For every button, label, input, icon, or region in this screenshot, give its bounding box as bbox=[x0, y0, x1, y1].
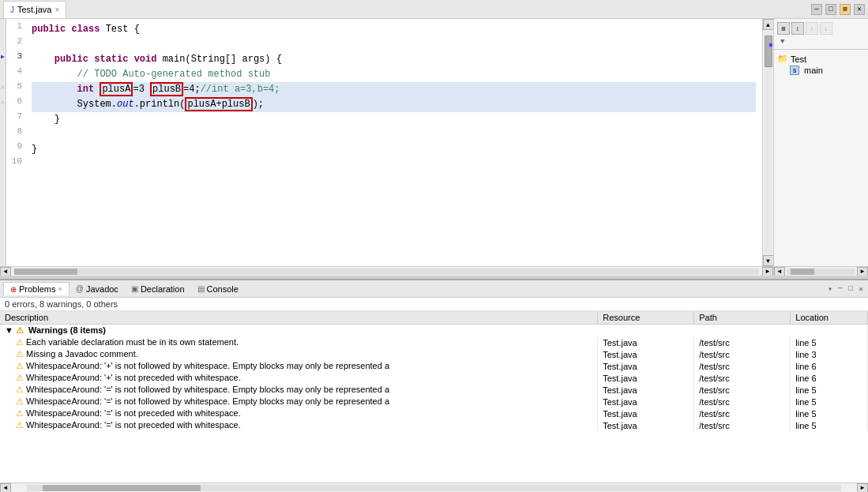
section-collapse-icon[interactable]: ▼ bbox=[5, 325, 13, 335]
tab-title: Test.java bbox=[17, 5, 51, 14]
sidebar-btn-2[interactable]: ↕ bbox=[791, 22, 804, 35]
editor[interactable]: ▶ ⚠ ⚠ 1 2 3 4 5 6 7 bbox=[0, 19, 773, 266]
bottom-panel: ⊕ Problems × @ Javadoc ▣ Declaration ▤ C… bbox=[0, 279, 868, 492]
marker-6: ⚠ bbox=[0, 94, 6, 109]
marker-4 bbox=[0, 64, 6, 79]
warning-row-4[interactable]: ⚠WhitespaceAround: '=' is not followed b… bbox=[0, 384, 868, 396]
warning-row-1[interactable]: ⚠Missing a Javadoc comment. Test.java /t… bbox=[0, 348, 868, 360]
code-line-6: System.out.println(plusA+plusB); bbox=[32, 97, 756, 112]
code-line-3: public static void main(String[] args) { bbox=[32, 52, 756, 67]
warning-path-5: /test/src bbox=[694, 396, 791, 407]
sidebar-btn-1[interactable]: ⊞ bbox=[777, 22, 790, 35]
bscroll-thumb[interactable] bbox=[43, 485, 201, 491]
sidebar-tree: 📁 Test S main bbox=[774, 50, 868, 79]
tab-bar: J Test.java × ─ □ ⊞ ✕ bbox=[0, 0, 868, 19]
warning-section-icon: ⚠ bbox=[16, 325, 24, 335]
ln-3: 3 bbox=[6, 49, 25, 64]
bscroll-right-btn[interactable]: ► bbox=[857, 483, 868, 493]
close-btn[interactable]: ✕ bbox=[854, 4, 865, 15]
sidebar-expand: ▼ bbox=[777, 38, 865, 46]
tab-declaration[interactable]: ▣ Declaration bbox=[125, 283, 191, 295]
minimize-btn[interactable]: ─ bbox=[811, 4, 822, 15]
col-header-path[interactable]: Path bbox=[694, 311, 791, 325]
warning-desc-4: ⚠WhitespaceAround: '=' is not followed b… bbox=[0, 384, 598, 396]
hscroll-left-btn[interactable]: ◄ bbox=[0, 267, 11, 276]
warning-row-3[interactable]: ⚠WhitespaceAround: '+' is not preceded w… bbox=[0, 372, 868, 384]
tree-class-label: main bbox=[804, 66, 823, 75]
console-icon: ▤ bbox=[197, 284, 205, 293]
ln-6: 6 bbox=[6, 94, 25, 109]
code-line-9: } bbox=[32, 142, 756, 157]
right-sidebar: ⊞ ↕ ↑ ↓ ▼ 📁 Test S main ◄ bbox=[773, 19, 868, 276]
maximize-btn[interactable]: □ bbox=[825, 4, 836, 15]
tab-javadoc[interactable]: @ Javadoc bbox=[70, 283, 125, 295]
tab-problems-label: Problems bbox=[19, 284, 55, 294]
col-header-location[interactable]: Location bbox=[791, 311, 868, 325]
editor-tab[interactable]: J Test.java × bbox=[3, 1, 66, 18]
tree-class-item[interactable]: S main bbox=[777, 65, 865, 76]
vscroll-down-btn[interactable]: ▼ bbox=[763, 255, 774, 266]
tree-folder-icon: 📁 bbox=[777, 54, 788, 64]
restore-btn[interactable]: ⊞ bbox=[840, 4, 851, 15]
sidebar-hscroll-left[interactable]: ◄ bbox=[774, 267, 785, 276]
tree-root-item[interactable]: 📁 Test bbox=[777, 53, 865, 65]
sidebar-hscroll[interactable]: ◄ ► bbox=[774, 266, 868, 276]
warning-row-5[interactable]: ⚠WhitespaceAround: '=' is not followed b… bbox=[0, 396, 868, 407]
vscroll-thumb[interactable] bbox=[765, 36, 772, 67]
warning-path-6: /test/src bbox=[694, 407, 791, 419]
sidebar-hscroll-thumb[interactable] bbox=[791, 269, 814, 275]
warning-row-0[interactable]: ⚠Each variable declaration must be in it… bbox=[0, 336, 868, 348]
problems-table[interactable]: Description Resource Path Location ▼ ⚠ W… bbox=[0, 311, 868, 483]
hscroll-thumb[interactable] bbox=[14, 269, 77, 275]
panel-minimize-icon[interactable]: ─ bbox=[836, 284, 844, 294]
tab-console[interactable]: ▤ Console bbox=[191, 283, 245, 295]
warning-row-2[interactable]: ⚠WhitespaceAround: '+' is not followed b… bbox=[0, 360, 868, 372]
warning-row-7[interactable]: ⚠WhitespaceAround: '=' is not preceded w… bbox=[0, 419, 868, 431]
warning-location-1: line 3 bbox=[791, 348, 868, 360]
hscroll-right-btn[interactable]: ► bbox=[762, 267, 773, 276]
sidebar-btn-4[interactable]: ↓ bbox=[820, 22, 832, 35]
warning-desc-2: ⚠WhitespaceAround: '+' is not followed b… bbox=[0, 360, 598, 372]
tree-root-label: Test bbox=[791, 54, 806, 64]
code-line-5: int plusA=3 plusB=4;//int a=3,b=4; bbox=[32, 82, 756, 97]
warning-resource-0: Test.java bbox=[598, 336, 694, 348]
tree-class-icon: S bbox=[790, 66, 799, 75]
panel-menu-icon[interactable]: ▾ bbox=[826, 284, 834, 294]
tab-problems-close[interactable]: × bbox=[58, 285, 62, 293]
warning-path-0: /test/src bbox=[694, 336, 791, 348]
warning-resource-7: Test.java bbox=[598, 419, 694, 431]
sidebar-spacer bbox=[774, 79, 868, 266]
warning-path-1: /test/src bbox=[694, 348, 791, 360]
problems-icon: ⊕ bbox=[10, 285, 17, 294]
section-title: Warnings (8 items) bbox=[28, 325, 106, 335]
hscroll-track[interactable] bbox=[14, 269, 759, 275]
col-header-resource[interactable]: Resource bbox=[598, 311, 694, 325]
hscroll-bar[interactable]: ◄ ► bbox=[0, 266, 773, 276]
vscroll-track[interactable] bbox=[765, 32, 772, 254]
tab-icon: J bbox=[10, 6, 14, 14]
warning-row-6[interactable]: ⚠WhitespaceAround: '=' is not preceded w… bbox=[0, 407, 868, 419]
tab-close[interactable]: × bbox=[54, 6, 59, 14]
warning-resource-5: Test.java bbox=[598, 396, 694, 407]
warning-location-0: line 5 bbox=[791, 336, 868, 348]
editor-vscroll[interactable]: ▲ ▼ bbox=[762, 19, 773, 266]
warning-path-7: /test/src bbox=[694, 419, 791, 431]
tab-problems[interactable]: ⊕ Problems × bbox=[3, 282, 70, 295]
panel-close-icon[interactable]: ✕ bbox=[857, 284, 865, 294]
warnings-section-label: ▼ ⚠ Warnings (8 items) bbox=[0, 325, 868, 337]
panel-maximize-icon[interactable]: □ bbox=[847, 284, 855, 294]
bottom-hscroll[interactable]: ◄ ► bbox=[0, 483, 868, 492]
warnings-table: Description Resource Path Location ▼ ⚠ W… bbox=[0, 311, 868, 431]
sidebar-btn-3[interactable]: ↑ bbox=[806, 22, 818, 35]
code-content[interactable]: public class Test { public static void m… bbox=[25, 19, 762, 266]
code-line-7: } bbox=[32, 112, 756, 127]
bscroll-track[interactable] bbox=[27, 485, 841, 491]
col-header-description[interactable]: Description bbox=[0, 311, 598, 325]
sidebar-hscroll-track[interactable] bbox=[787, 269, 855, 275]
sidebar-hscroll-right[interactable]: ► bbox=[857, 267, 868, 276]
bscroll-left-btn[interactable]: ◄ bbox=[0, 483, 11, 493]
declaration-icon: ▣ bbox=[131, 284, 138, 293]
tab-console-label: Console bbox=[207, 284, 239, 294]
vscroll-up-btn[interactable]: ▲ bbox=[763, 19, 774, 30]
code-line-8 bbox=[32, 127, 756, 142]
